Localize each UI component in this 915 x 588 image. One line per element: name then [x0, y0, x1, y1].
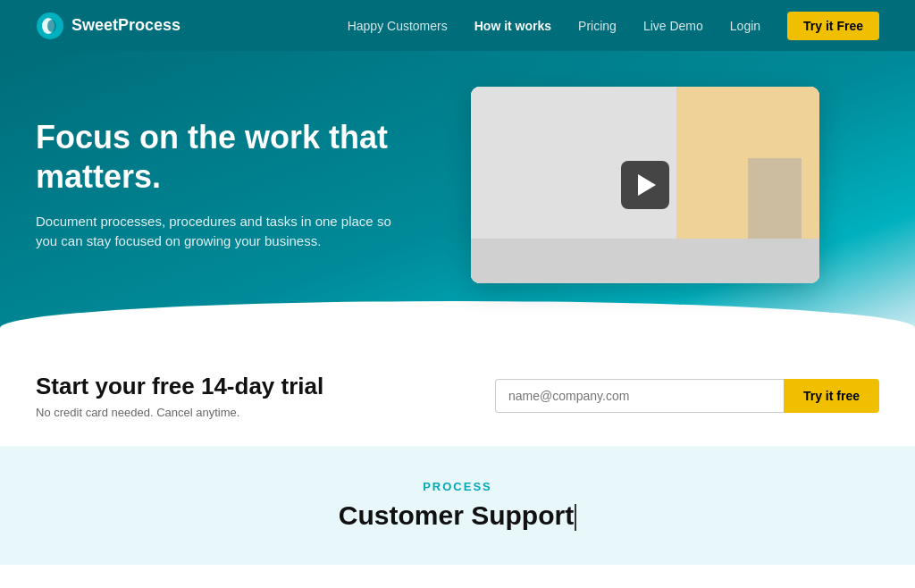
process-title: Customer Support — [36, 500, 879, 531]
hero-section: Focus on the work that matters. Document… — [0, 51, 915, 337]
trial-email-input[interactable] — [495, 379, 784, 413]
logo[interactable]: SweetProcess — [36, 12, 180, 40]
hero-title: Focus on the work that matters. — [36, 118, 393, 195]
nav-how-it-works[interactable]: How it works — [474, 19, 551, 33]
video-thumbnail[interactable] — [471, 87, 819, 283]
main-nav: Happy Customers How it works Pricing Liv… — [348, 12, 879, 40]
svg-point-2 — [47, 20, 56, 32]
hero-right — [411, 87, 879, 283]
process-section: PROCESS Customer Support — [0, 446, 915, 565]
trial-form: Try it free — [495, 379, 879, 413]
header-cta-button[interactable]: Try it Free — [787, 12, 879, 40]
trial-subtext: No credit card needed. Cancel anytime. — [36, 406, 323, 419]
nav-pricing[interactable]: Pricing — [578, 19, 617, 33]
process-label: PROCESS — [36, 480, 879, 493]
svg-rect-32 — [748, 158, 802, 239]
svg-rect-31 — [471, 239, 819, 283]
nav-happy-customers[interactable]: Happy Customers — [348, 19, 448, 33]
text-cursor — [575, 504, 576, 531]
trial-left: Start your free 14-day trial No credit c… — [36, 373, 323, 419]
logo-icon — [36, 12, 64, 40]
trial-section: Start your free 14-day trial No credit c… — [0, 337, 915, 446]
trial-heading: Start your free 14-day trial — [36, 373, 323, 400]
nav-login[interactable]: Login — [730, 19, 760, 33]
nav-live-demo[interactable]: Live Demo — [643, 19, 703, 33]
trial-submit-button[interactable]: Try it free — [784, 379, 879, 413]
play-button[interactable] — [621, 161, 669, 209]
featured-section: As featured on Inc. MIXERGY M MICHAEL HY… — [0, 565, 915, 588]
hero-left: Focus on the work that matters. Document… — [36, 118, 411, 251]
logo-text: SweetProcess — [71, 16, 180, 35]
hero-description: Document processes, procedures and tasks… — [36, 212, 393, 252]
